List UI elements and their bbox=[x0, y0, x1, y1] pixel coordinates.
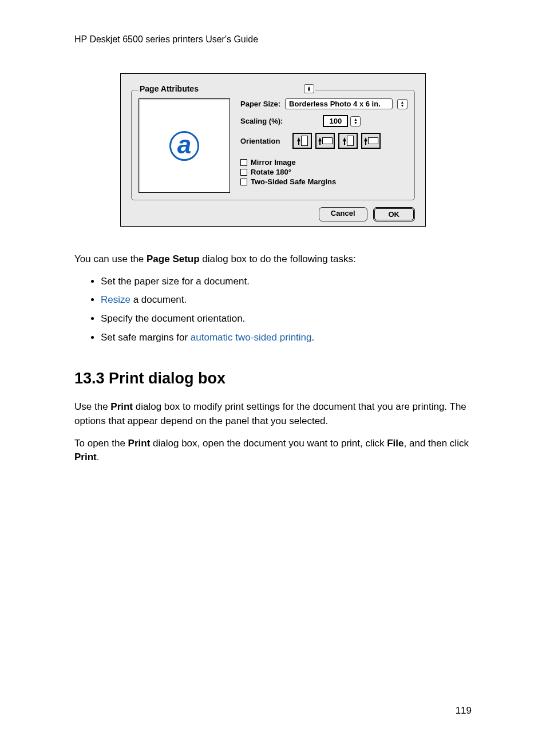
list-item: Set safe margins for automatic two-sided… bbox=[101, 331, 472, 345]
page-preview: a bbox=[139, 98, 230, 193]
list-item: Set the paper size for a document. bbox=[101, 275, 472, 289]
orientation-portrait-button[interactable] bbox=[292, 133, 312, 149]
p2-bold: Print bbox=[128, 438, 151, 449]
list-item-text: a document. bbox=[130, 294, 187, 305]
list-item-text: Set safe margins for bbox=[101, 332, 191, 343]
p2-bold: Print bbox=[74, 452, 97, 462]
orientation-label: Orientation bbox=[240, 137, 280, 145]
section-paragraph-1: Use the Print dialog box to modify print… bbox=[74, 400, 472, 428]
p2-text: , and then click bbox=[404, 438, 469, 449]
orientation-portrait-flipped-button[interactable] bbox=[338, 133, 358, 149]
two-sided-printing-link[interactable]: automatic two-sided printing bbox=[191, 332, 312, 343]
rotate-checkbox-row[interactable]: Rotate 180° bbox=[240, 168, 407, 176]
p2-text: . bbox=[97, 452, 100, 462]
intro-text-post: dialog box to do the following tasks: bbox=[200, 254, 356, 264]
preview-at-icon: a bbox=[169, 131, 199, 161]
section-paragraph-2: To open the Print dialog box, open the d… bbox=[74, 437, 472, 465]
mirror-image-checkbox[interactable] bbox=[240, 159, 247, 166]
paper-size-value: Borderless Photo 4 x 6 in. bbox=[289, 100, 381, 108]
orientation-landscape-cw-button[interactable] bbox=[315, 133, 335, 149]
ok-button[interactable]: OK bbox=[373, 207, 416, 221]
safe-margins-checkbox[interactable] bbox=[240, 179, 247, 185]
orientation-row: Orientation bbox=[240, 133, 407, 149]
intro-text-pre: You can use the bbox=[74, 254, 147, 264]
cancel-button[interactable]: Cancel bbox=[319, 207, 367, 221]
section-heading: 13.3 Print dialog box bbox=[74, 367, 472, 390]
scaling-input[interactable]: 100 bbox=[323, 115, 348, 127]
page-attributes-fieldset: Page Attributes ▲▼ a Paper Size: Borderl… bbox=[131, 90, 415, 200]
scaling-stepper-icon[interactable]: ▲▼ bbox=[350, 116, 361, 126]
safe-margins-label: Two-Sided Safe Margins bbox=[251, 177, 336, 186]
tab-stepper-icon: ▲▼ bbox=[304, 84, 314, 93]
page-setup-dialog-screenshot: Page Attributes ▲▼ a Paper Size: Borderl… bbox=[120, 73, 426, 227]
p2-text: To open the bbox=[74, 438, 128, 449]
task-list: Set the paper size for a document. Resiz… bbox=[74, 275, 472, 345]
p2-bold: File bbox=[387, 438, 403, 449]
safe-margins-checkbox-row[interactable]: Two-Sided Safe Margins bbox=[240, 177, 407, 186]
scaling-row: Scaling (%): 100 ▲▼ bbox=[240, 115, 407, 127]
mirror-image-checkbox-row[interactable]: Mirror Image bbox=[240, 158, 407, 167]
intro-paragraph: You can use the Page Setup dialog box to… bbox=[74, 252, 472, 267]
list-item-text: . bbox=[312, 332, 315, 343]
rotate-checkbox[interactable] bbox=[240, 169, 247, 176]
paper-size-stepper-icon[interactable]: ▲▼ bbox=[397, 99, 407, 109]
dialog-tab-selector[interactable]: Page Attributes ▲▼ bbox=[139, 83, 315, 94]
paper-size-row: Paper Size: Borderless Photo 4 x 6 in. ▲… bbox=[240, 98, 407, 109]
intro-bold: Page Setup bbox=[147, 254, 200, 264]
rotate-label: Rotate 180° bbox=[251, 168, 291, 176]
dialog-tab-label: Page Attributes bbox=[140, 83, 201, 94]
paper-size-label: Paper Size: bbox=[240, 100, 280, 108]
p1-bold: Print bbox=[110, 401, 133, 412]
document-header: HP Deskjet 6500 series printers User's G… bbox=[74, 34, 472, 45]
p2-text: dialog box, open the document you want t… bbox=[150, 438, 387, 449]
list-item: Resize a document. bbox=[101, 293, 472, 307]
resize-link[interactable]: Resize bbox=[101, 294, 130, 305]
list-item: Specify the document orientation. bbox=[101, 312, 472, 326]
p1-text: Use the bbox=[74, 401, 110, 412]
paper-size-dropdown[interactable]: Borderless Photo 4 x 6 in. bbox=[285, 98, 393, 109]
p1-text: dialog box to modify print settings for … bbox=[74, 401, 466, 426]
mirror-image-label: Mirror Image bbox=[251, 158, 296, 167]
scaling-label: Scaling (%): bbox=[240, 117, 283, 125]
page-number: 119 bbox=[74, 705, 472, 717]
orientation-landscape-ccw-button[interactable] bbox=[361, 133, 381, 149]
